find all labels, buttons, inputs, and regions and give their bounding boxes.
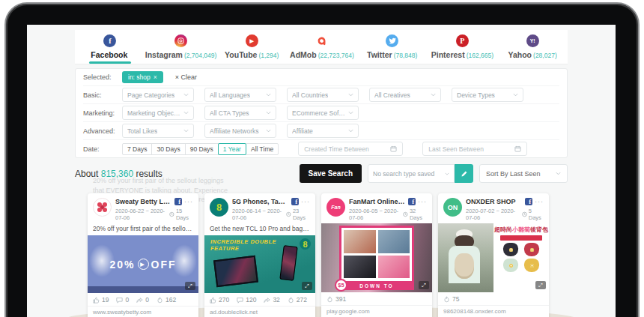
- calendar-icon: [390, 145, 397, 152]
- filter-row-date: Date: 7 Days 30 Days 90 Days 1 Year All …: [83, 139, 559, 157]
- sort-dropdown[interactable]: Sort By Last Seen: [479, 164, 568, 183]
- ad-creative-image[interactable]: DOWN TO $5 ⤢: [321, 223, 432, 292]
- ad-text: 20% off your first pair of the sellout l…: [88, 223, 198, 235]
- ad-stats: 19 0 0 162: [88, 293, 198, 306]
- saved-search-dropdown[interactable]: No search type saved: [368, 164, 455, 183]
- expand-icon[interactable]: ⤢: [419, 281, 429, 289]
- ad-duration: 15 Days: [169, 208, 193, 221]
- facebook-icon: f: [525, 198, 532, 205]
- share-icon: [264, 297, 270, 304]
- clear-filters-button[interactable]: × Clear: [175, 73, 197, 81]
- ad-duration: 23 Days: [286, 208, 310, 221]
- card-menu-icon[interactable]: ···: [535, 198, 544, 205]
- ad-domain[interactable]: www.sweatybetty.com: [88, 306, 198, 316]
- selected-filter-chip[interactable]: in: shop×: [122, 71, 163, 83]
- select-affiliate-networks[interactable]: Affiliate Networks: [204, 124, 276, 138]
- date-all-time[interactable]: All Time: [246, 143, 279, 155]
- save-search-button[interactable]: Save Search: [300, 164, 362, 183]
- ad-creative-image[interactable]: 超時尚小雛菊後背包 ⤢: [438, 223, 549, 292]
- date-label: Date:: [83, 145, 122, 153]
- date-90-days[interactable]: 90 Days: [185, 143, 219, 155]
- ad-stats: 75: [438, 292, 549, 305]
- ad-card-onxder[interactable]: ON ONXDER SHOP f ··· 2020-07-02 ~ 2020-0…: [438, 193, 549, 317]
- chip-close-icon[interactable]: ×: [154, 73, 157, 81]
- price-badge: $5: [335, 279, 347, 292]
- ad-results-grid: 20% off your first pair of the sellout l…: [75, 193, 568, 317]
- heat-icon: [288, 297, 294, 304]
- tab-pinterest[interactable]: P Pinterest(162,665): [428, 30, 498, 64]
- comment-icon: [237, 297, 243, 304]
- tab-instagram[interactable]: Instagram(2,704,049): [145, 30, 217, 64]
- select-ecommerce-softwares[interactable]: ECommerce Softwares: [287, 106, 359, 120]
- product-collage: DOWN TO $5: [339, 226, 414, 290]
- clock-icon: [522, 211, 527, 217]
- play-icon[interactable]: ▶: [138, 259, 149, 270]
- ad-card-ee-5g[interactable]: 8 5G Phones, Tablets & SIMs | ... f ··· …: [204, 193, 315, 317]
- advertiser-avatar: ON: [443, 198, 462, 217]
- advertiser-name: Sweaty Betty London | Wom...: [115, 198, 172, 205]
- basic-label: Basic:: [83, 91, 122, 99]
- heat-icon: [443, 296, 450, 303]
- card-menu-icon[interactable]: ···: [184, 198, 193, 205]
- filter-row-marketing: Marketing: Marketing Objectives All CTA …: [83, 103, 559, 121]
- advertiser-name: ONXDER SHOP: [466, 198, 523, 205]
- filter-row-basic: Basic: Page Categories All Languages All…: [83, 85, 559, 103]
- select-marketing-objectives[interactable]: Marketing Objectives: [122, 106, 194, 120]
- advanced-label: Advanced:: [83, 127, 122, 135]
- advertiser-avatar: [93, 198, 112, 217]
- ad-card-fanmart[interactable]: Fan FanMart Online Shopping - F... f ···…: [321, 193, 432, 317]
- filter-row-advanced: Advanced: Total Likes Affiliate Networks…: [83, 121, 559, 139]
- select-all-languages[interactable]: All Languages: [204, 88, 276, 102]
- app-screen: f Facebook Instagram(2,704,049) ▶ YouTub…: [27, 25, 616, 317]
- card-menu-icon[interactable]: ···: [418, 198, 427, 205]
- expand-icon[interactable]: ⤢: [185, 282, 195, 290]
- ad-domain[interactable]: ad.doubleclick.net: [204, 306, 315, 316]
- created-time-between-input[interactable]: Created Time Between: [298, 142, 403, 156]
- ad-card-sweaty-betty[interactable]: Sweaty Betty London | Wom... f ··· 2020-…: [88, 193, 198, 317]
- ee-logo: 8: [300, 238, 311, 250]
- expand-icon[interactable]: ⤢: [302, 282, 312, 290]
- tab-yahoo[interactable]: Y! Yahoo(28,027): [497, 30, 568, 64]
- date-7-days[interactable]: 7 Days: [122, 143, 152, 155]
- advertiser-name: 5G Phones, Tablets & SIMs | ...: [232, 198, 289, 205]
- date-30-days[interactable]: 30 Days: [151, 143, 185, 155]
- last-seen-between-input[interactable]: Last Seen Between: [422, 142, 527, 156]
- pinterest-icon: P: [456, 34, 469, 47]
- ad-creative-image[interactable]: INCREDIBLE DOUBLEFEATURE 8 ⤢: [204, 235, 315, 293]
- select-affiliate[interactable]: Affiliate: [287, 124, 359, 138]
- ad-stats: 391: [321, 292, 432, 305]
- ad-creative-image[interactable]: 20%▶OFF ⤢: [88, 235, 198, 293]
- model-photo: [438, 223, 493, 292]
- ad-text: Get the new TCL 10 Pro and bag a free TC…: [204, 223, 315, 235]
- tab-admob[interactable]: AdMob(22,723,764): [287, 30, 357, 64]
- ad-duration: 32 Days: [403, 208, 427, 221]
- tab-facebook[interactable]: f Facebook: [75, 30, 145, 64]
- tab-youtube[interactable]: ▶ YouTube(1,294): [216, 30, 287, 64]
- saved-search-group: No search type saved: [368, 164, 473, 183]
- select-cta-types[interactable]: All CTA Types: [204, 106, 276, 120]
- yahoo-icon: Y!: [526, 34, 539, 47]
- tab-label: Pinterest(162,665): [431, 50, 493, 59]
- card-menu-icon[interactable]: ···: [301, 198, 310, 205]
- select-all-creatives[interactable]: All Creatives: [369, 88, 441, 102]
- like-icon: [93, 297, 100, 304]
- tab-label: Yahoo(28,027): [508, 50, 557, 59]
- ad-domain[interactable]: play.google.com: [321, 305, 432, 316]
- chevron-down-icon: [445, 172, 449, 175]
- youtube-icon: ▶: [246, 34, 258, 47]
- tab-label: Twitter(78,848): [367, 50, 417, 59]
- tab-label: AdMob(22,723,764): [290, 50, 354, 59]
- select-all-countries[interactable]: All Countries: [287, 88, 359, 102]
- heat-icon: [157, 297, 163, 304]
- select-total-likes[interactable]: Total Likes: [122, 124, 194, 138]
- tab-twitter[interactable]: Twitter(78,848): [357, 30, 428, 64]
- edit-saved-search-button[interactable]: [455, 164, 473, 183]
- expand-icon[interactable]: ⤢: [535, 281, 546, 289]
- select-device-types[interactable]: Device Types: [452, 88, 523, 102]
- ad-domain[interactable]: 986208148.onxder.com: [438, 305, 549, 316]
- select-page-categories[interactable]: Page Categories: [122, 88, 194, 102]
- tv-image: [213, 256, 258, 288]
- like-icon: [210, 297, 216, 304]
- date-1-year[interactable]: 1 Year: [218, 143, 246, 155]
- advertiser-name: FanMart Online Shopping - F...: [349, 198, 406, 205]
